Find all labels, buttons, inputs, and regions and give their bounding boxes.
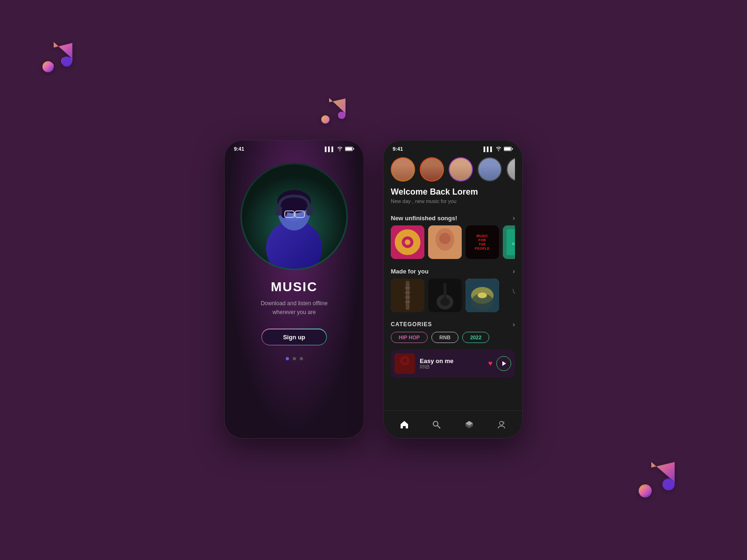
right-phone: 9:41 ▌▌▌ (383, 140, 523, 439)
svg-point-2 (321, 115, 330, 124)
right-status-bar: 9:41 ▌▌▌ (383, 140, 522, 154)
thumb-unfinished-3[interactable]: MUSICFORTHEPEOPLE (465, 225, 499, 259)
unfinished-section-header: New unfinished songs! › (391, 210, 515, 225)
thumb-unfinished-4[interactable]: New day (503, 225, 515, 259)
mfy-title: Made for you (391, 268, 429, 275)
wifi-icon (337, 147, 343, 151)
nav-profile[interactable] (493, 416, 510, 433)
decorative-note-center (320, 91, 352, 133)
avatar-4[interactable] (478, 157, 502, 182)
svg-rect-34 (406, 281, 409, 310)
mfy-thumbs-row (391, 279, 515, 316)
chip-hiphop[interactable]: HIP HOP (391, 332, 428, 343)
thumb-mfy-2[interactable] (428, 279, 462, 312)
svg-rect-9 (353, 148, 354, 150)
svg-point-57 (433, 421, 438, 426)
svg-point-29 (439, 233, 451, 244)
unfinished-thumbs-row: MUSICFORTHEPEOPLE New day (391, 225, 515, 263)
svg-rect-8 (345, 147, 352, 150)
avatar-face-3 (450, 158, 472, 181)
avatar-2[interactable] (420, 157, 444, 182)
unfinished-arrow[interactable]: › (513, 214, 515, 222)
categories-chips-row: HIP HOP RNB 2022 (391, 332, 515, 348)
mfy-section-header: Made for you › (391, 263, 515, 279)
svg-rect-22 (504, 147, 511, 150)
thumb-mfy-4[interactable] (503, 279, 515, 312)
left-status-bar: 9:41 ▌▌▌ (225, 140, 364, 154)
np-info: Easy on me RNB (420, 357, 484, 370)
mfy-arrow[interactable]: › (513, 267, 515, 275)
np-title: Easy on me (420, 357, 484, 364)
battery-icon (345, 147, 354, 151)
signup-button[interactable]: Sign up (262, 329, 326, 345)
signup-button-wrapper[interactable]: Sign up (261, 329, 327, 345)
svg-point-0 (42, 61, 54, 72)
categories-title: CATEGORIES (391, 321, 432, 328)
categories-section-header: CATEGORIES › (391, 316, 515, 332)
battery-icon-right (504, 147, 513, 151)
avatar-5[interactable] (507, 157, 515, 182)
categories-arrow[interactable]: › (513, 321, 515, 328)
avatar-face-2 (421, 158, 443, 181)
page-dots (286, 357, 303, 360)
wifi-icon-right (495, 147, 502, 151)
svg-rect-15 (275, 206, 282, 216)
thumb-unfinished-1[interactable] (391, 225, 424, 259)
svg-point-1 (62, 56, 72, 67)
svg-point-6 (339, 151, 340, 151)
nav-search[interactable] (428, 416, 445, 433)
avatar-face-1 (392, 158, 414, 181)
thumb-img-4: New day (503, 225, 515, 259)
welcome-subtitle: New day , new music for you (391, 198, 515, 204)
now-playing-bar[interactable]: Easy on me RNB ♥ (391, 350, 515, 378)
svg-point-20 (498, 151, 499, 151)
person-illustration (242, 164, 346, 269)
svg-marker-56 (502, 361, 506, 366)
splash-content: MUSIC Download and listen offline wherev… (225, 154, 364, 370)
avatar-row[interactable] (391, 154, 515, 187)
svg-point-62 (500, 421, 503, 425)
welcome-section: Welcome Back Lorem New day , new music f… (391, 187, 515, 210)
play-button[interactable] (496, 356, 511, 371)
decorative-note-bottomright (635, 453, 691, 513)
svg-rect-16 (306, 206, 313, 216)
ftp-text: MUSICFORTHEPEOPLE (475, 234, 489, 251)
np-artist: RNB (420, 364, 484, 370)
svg-point-48 (478, 293, 487, 298)
thumb-unfinished-2[interactable] (428, 225, 462, 259)
avatar-1[interactable] (391, 157, 415, 182)
dot-3 (300, 357, 303, 360)
right-status-icons: ▌▌▌ (484, 147, 513, 152)
svg-text:New day: New day (512, 242, 515, 246)
thumb-mfy-3[interactable] (465, 279, 499, 312)
nav-layers[interactable] (461, 416, 478, 433)
signal-icon-right: ▌▌▌ (484, 147, 493, 152)
right-time: 9:41 (393, 146, 403, 152)
chip-2022[interactable]: 2022 (462, 332, 489, 343)
thumb-mfy-1[interactable] (391, 279, 424, 312)
splash-title: MUSIC (271, 280, 317, 294)
splash-subtitle: Download and listen offline wherever you… (261, 299, 327, 317)
left-status-icons: ▌▌▌ (325, 147, 354, 152)
svg-line-58 (437, 426, 440, 428)
unfinished-title: New unfinished songs! (391, 215, 457, 222)
svg-point-5 (662, 478, 675, 490)
svg-point-26 (405, 239, 410, 245)
thumb-img-1 (391, 225, 424, 259)
dot-1 (286, 357, 289, 360)
right-main-content: Welcome Back Lorem New day , new music f… (383, 154, 522, 423)
hero-circle (240, 163, 348, 270)
chip-rnb[interactable]: RNB (431, 332, 458, 343)
avatar-3[interactable] (449, 157, 473, 182)
thumb-img-2 (428, 225, 462, 259)
bottom-nav (383, 410, 522, 438)
svg-rect-23 (512, 148, 513, 150)
decorative-note-topleft (37, 33, 84, 84)
nav-home[interactable] (396, 416, 413, 433)
left-phone: 9:41 ▌▌▌ (224, 140, 364, 439)
svg-point-3 (338, 112, 345, 119)
svg-rect-49 (503, 279, 515, 312)
svg-point-55 (402, 358, 407, 363)
heart-icon[interactable]: ♥ (488, 359, 493, 368)
np-controls: ♥ (488, 356, 512, 371)
